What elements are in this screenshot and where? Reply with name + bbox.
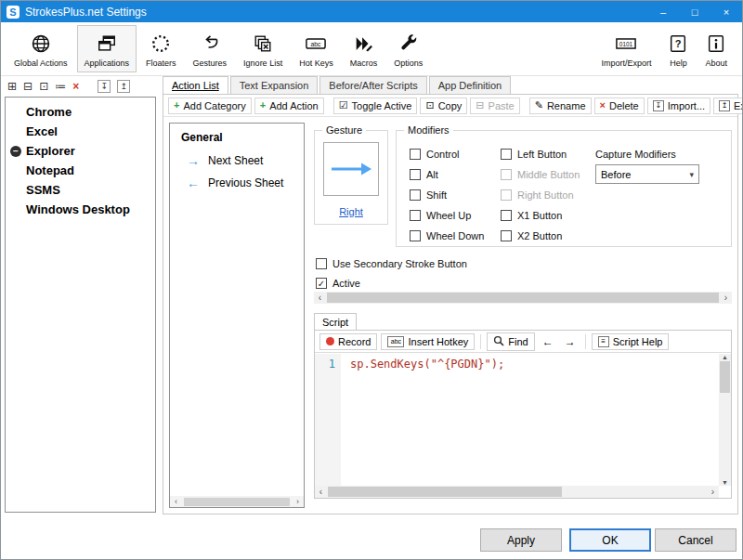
scroll-down-icon[interactable]: ▼	[722, 479, 728, 486]
script-help-button[interactable]: ≡ Script Help	[592, 333, 670, 350]
code-line[interactable]: sp.SendKeys("^{PGDN}");	[341, 354, 504, 486]
import-application-icon[interactable]: ↧	[98, 80, 111, 93]
gesture-direction-link[interactable]: Right	[315, 206, 387, 217]
titlebar[interactable]: S StrokesPlus.net Settings – □ ×	[1, 1, 742, 22]
maximize-button[interactable]: □	[679, 1, 710, 22]
scroll-left-icon[interactable]: ‹	[315, 487, 327, 497]
tab-action-list[interactable]: Action List	[163, 76, 228, 94]
checkbox[interactable]	[410, 169, 421, 180]
copy-button[interactable]: ⊡ Copy	[420, 98, 467, 114]
cancel-button[interactable]: Cancel	[655, 528, 736, 552]
tab-script[interactable]: Script	[314, 313, 357, 330]
checkbox[interactable]	[410, 149, 421, 160]
find-button[interactable]: Find	[487, 332, 534, 351]
checkbox-wheel-down[interactable]: Wheel Down	[410, 226, 484, 246]
active-checkbox[interactable]: Active	[316, 278, 360, 289]
checkbox-alt[interactable]: Alt	[410, 164, 484, 185]
list-item-chrome[interactable]: Chrome	[6, 102, 155, 122]
list-item-explorer[interactable]: − Explorer	[6, 141, 155, 161]
scrollbar-thumb[interactable]	[720, 361, 730, 393]
floaters-button[interactable]: Floaters	[138, 25, 184, 72]
add-category-button[interactable]: + Add Category	[168, 98, 252, 114]
about-button[interactable]: About	[697, 25, 735, 72]
tab-before-after-scripts[interactable]: Before/After Scripts	[319, 76, 426, 94]
tab-app-definition[interactable]: App Definition	[429, 76, 512, 94]
use-secondary-stroke-checkbox[interactable]: Use Secondary Stroke Button	[316, 258, 467, 269]
scrollbar-thumb[interactable]	[184, 498, 290, 506]
checkbox[interactable]	[316, 278, 327, 289]
scroll-up-icon[interactable]: ▲	[722, 354, 728, 360]
checkbox-wheel-up[interactable]: Wheel Up	[410, 205, 484, 226]
macros-button[interactable]: Macros	[343, 25, 385, 72]
toggle-active-button[interactable]: ☑ Toggle Active	[333, 98, 418, 114]
global-actions-button[interactable]: Global Actions	[7, 25, 75, 72]
help-button[interactable]: ? Help	[660, 25, 696, 72]
insert-hotkey-button[interactable]: abc Insert Hotkey	[381, 333, 475, 350]
delete-button[interactable]: × Delete	[594, 98, 645, 114]
checkbox[interactable]	[501, 149, 512, 160]
hot-keys-button[interactable]: abc Hot Keys	[292, 25, 341, 72]
tree-item-next-sheet[interactable]: → Next Sheet	[170, 150, 304, 172]
editor-vertical-scrollbar[interactable]: ▲ ▼	[719, 354, 731, 486]
copy-application-icon[interactable]: ⊡	[39, 81, 48, 92]
checkbox-shift[interactable]: Shift	[410, 185, 484, 205]
applications-button[interactable]: Applications	[77, 25, 137, 72]
checkbox[interactable]	[410, 189, 421, 201]
find-next-button[interactable]: →	[561, 333, 580, 350]
scroll-left-icon[interactable]: ‹	[314, 293, 326, 303]
scroll-left-icon[interactable]: ‹	[170, 497, 182, 506]
ok-button[interactable]: OK	[569, 528, 651, 552]
gestures-button[interactable]: Gestures	[186, 25, 235, 72]
record-button[interactable]: Record	[319, 333, 377, 350]
list-item-windows-desktop[interactable]: Windows Desktop	[6, 200, 155, 219]
gesture-preview[interactable]	[323, 142, 379, 196]
options-button[interactable]: Options	[386, 25, 430, 72]
collapse-minus-icon[interactable]: −	[10, 146, 21, 157]
tree-category-general[interactable]: General	[170, 124, 304, 150]
detail-horizontal-scrollbar[interactable]: ‹ ›	[314, 292, 732, 304]
rename-button[interactable]: ✎ Rename	[529, 98, 592, 114]
capture-modifiers-dropdown[interactable]: Before ▾	[595, 164, 699, 184]
checkbox[interactable]	[501, 210, 512, 221]
tree-horizontal-scrollbar[interactable]: ‹ ›	[170, 496, 304, 507]
tab-text-expansion[interactable]: Text Expansion	[230, 76, 319, 94]
checkbox-label: X1 Button	[517, 210, 562, 221]
tree-item-previous-sheet[interactable]: ← Previous Sheet	[170, 172, 304, 194]
minimize-button[interactable]: –	[647, 1, 679, 22]
list-item-notepad[interactable]: Notepad	[6, 161, 155, 180]
paste-button[interactable]: ⊟ Paste	[470, 98, 519, 114]
clone-application-icon[interactable]: ⊟	[23, 81, 33, 92]
checkbox[interactable]	[501, 230, 512, 241]
checkbox-x1-button[interactable]: X1 Button	[501, 205, 580, 226]
find-previous-button[interactable]: ←	[539, 333, 557, 350]
import-export-button[interactable]: 0101 Import/Export	[593, 25, 658, 72]
checkbox-x2-button[interactable]: X2 Button	[501, 226, 580, 246]
export-button[interactable]: ↥ Export...	[713, 98, 743, 114]
scrollbar-thumb[interactable]	[327, 293, 719, 303]
checkbox-control[interactable]: Control	[410, 144, 484, 164]
scroll-right-icon[interactable]: ›	[292, 497, 304, 506]
reorder-applications-icon[interactable]: ≔	[55, 81, 66, 92]
ignore-list-button[interactable]: Ignore List	[236, 25, 290, 72]
import-button[interactable]: ↧ Import...	[647, 98, 710, 114]
button-label: Delete	[609, 100, 639, 111]
add-action-button[interactable]: + Add Action	[254, 98, 324, 114]
checkbox-left-button[interactable]: Left Button	[501, 144, 580, 164]
app-name: Chrome	[26, 105, 72, 119]
delete-application-icon[interactable]: ×	[72, 81, 79, 92]
list-item-excel[interactable]: Excel	[6, 122, 155, 141]
checkbox[interactable]	[410, 210, 421, 221]
close-button[interactable]: ×	[710, 1, 742, 22]
checkbox[interactable]	[410, 230, 421, 241]
list-item-ssms[interactable]: SSMS	[6, 180, 155, 200]
checkbox[interactable]	[316, 258, 327, 269]
code-editor[interactable]: 1 sp.SendKeys("^{PGDN}");	[315, 354, 719, 486]
editor-horizontal-scrollbar[interactable]: ‹ ›	[315, 486, 719, 498]
apply-button[interactable]: Apply	[480, 528, 562, 552]
toolbar-label: Help	[670, 59, 687, 68]
export-application-icon[interactable]: ↥	[117, 80, 130, 93]
scroll-right-icon[interactable]: ›	[707, 487, 719, 497]
new-application-icon[interactable]: ⊞	[7, 81, 17, 92]
scrollbar-thumb[interactable]	[328, 487, 562, 497]
scroll-right-icon[interactable]: ›	[720, 293, 732, 303]
